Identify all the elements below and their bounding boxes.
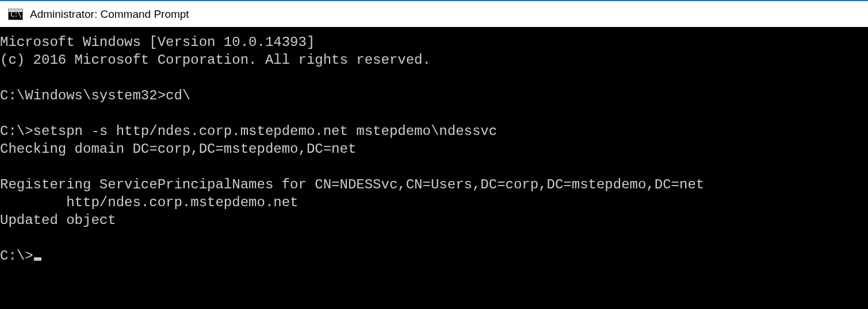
- terminal-line: C:\>setspn -s http/ndes.corp.mstepdemo.n…: [0, 123, 497, 139]
- terminal-line: Updated object: [0, 213, 116, 228]
- terminal-line: http/ndes.corp.mstepdemo.net: [0, 195, 298, 210]
- terminal-line: Microsoft Windows [Version 10.0.14393]: [0, 34, 315, 50]
- terminal-prompt: C:\>: [0, 248, 33, 264]
- cmd-icon: C:\.: [8, 9, 23, 20]
- terminal-line: Registering ServicePrincipalNames for CN…: [0, 177, 704, 192]
- terminal-line: Checking domain DC=corp,DC=mstepdemo,DC=…: [0, 141, 356, 157]
- terminal-line: C:\Windows\system32>cd\: [0, 88, 190, 103]
- terminal-output[interactable]: Microsoft Windows [Version 10.0.14393] (…: [0, 28, 868, 265]
- cursor: [34, 257, 41, 261]
- window-title: Administrator: Command Prompt: [30, 8, 189, 21]
- terminal-line: (c) 2016 Microsoft Corporation. All righ…: [0, 52, 431, 68]
- title-bar[interactable]: C:\. Administrator: Command Prompt: [0, 1, 868, 28]
